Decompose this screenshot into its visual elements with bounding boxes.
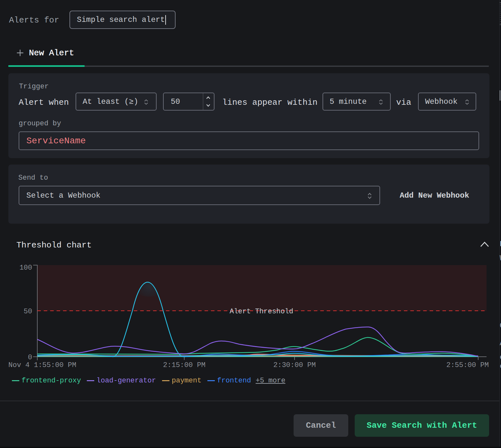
svg-text:2:55:00 PM: 2:55:00 PM — [446, 361, 489, 369]
svg-text:2:15:00 PM: 2:15:00 PM — [163, 361, 205, 369]
svg-text:Alert Threshold: Alert Threshold — [230, 308, 293, 316]
svg-text:100: 100 — [19, 264, 32, 272]
svg-text:2:30:00 PM: 2:30:00 PM — [273, 361, 316, 369]
svg-text:50: 50 — [24, 308, 32, 316]
svg-text:Nov 4 1:55:00 PM: Nov 4 1:55:00 PM — [8, 361, 76, 369]
svg-text:0: 0 — [28, 354, 32, 362]
